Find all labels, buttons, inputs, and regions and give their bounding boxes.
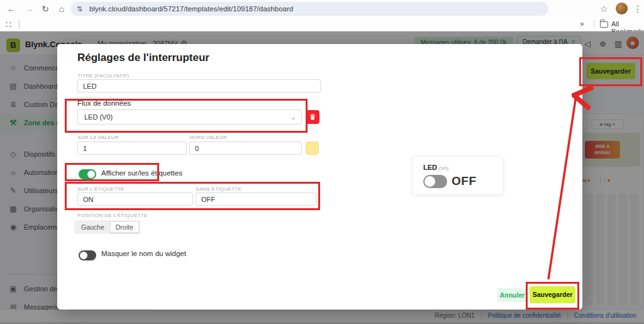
on-label-input[interactable]	[77, 193, 193, 206]
bookmarks-overflow-icon[interactable]: »	[580, 20, 584, 28]
hide-widget-name-toggle[interactable]	[79, 250, 96, 260]
toggle-knob	[80, 252, 87, 259]
datastream-select[interactable]: LED (V0) ⌄	[77, 109, 302, 125]
title-field-label: TITRE (FACULTATIF)	[77, 73, 129, 79]
url-bar[interactable]: ⇅ blynk.cloud/dashboard/57217/templates/…	[70, 2, 548, 16]
toggle-knob	[87, 170, 95, 178]
site-settings-icon[interactable]: ⇅	[77, 2, 82, 16]
browser-toolbar: ← → ↻ ⌂ ⇅ blynk.cloud/dashboard/57217/te…	[0, 0, 644, 18]
color-swatch[interactable]	[306, 142, 319, 155]
bookmarks-bar: ∷ » All Bookmarks	[0, 18, 644, 31]
show-labels-toggle[interactable]	[79, 169, 96, 179]
url-text: blynk.cloud/dashboard/57217/templates/ed…	[89, 2, 293, 16]
chevron-down-icon: ⌄	[291, 110, 296, 124]
toggle-knob	[425, 176, 435, 187]
preview-name-text: LED	[423, 164, 437, 171]
position-option-left[interactable]: Gauche	[75, 221, 110, 233]
modal-title: Réglages de l'interrupteur	[77, 52, 209, 64]
home-icon[interactable]: ⌂	[55, 3, 68, 15]
label-position-label: POSITION DE L'ÉTIQUETTE	[77, 213, 148, 218]
position-option-right[interactable]: Droite	[110, 221, 139, 233]
on-label-label: SUR L'ÉTIQUETTE	[77, 186, 124, 192]
off-label-label: SANS ÉTIQUETTE	[196, 186, 242, 192]
bookmarks-caret	[19, 20, 19, 28]
title-input[interactable]	[77, 79, 321, 92]
preview-switch-toggle[interactable]	[423, 175, 447, 188]
cancel-button[interactable]: Annuler	[497, 288, 527, 302]
folder-icon	[600, 21, 608, 28]
blynk-console-page: B Blynk.Console My organization - 2087MX…	[0, 31, 644, 324]
off-value-label: HORS VALEUR	[189, 135, 227, 140]
browser-menu-icon[interactable]: ⋮	[631, 3, 644, 15]
preview-widget-name: LED (V0)	[423, 164, 448, 171]
browser-profile-avatar[interactable]	[616, 3, 628, 14]
off-value-input[interactable]	[189, 142, 302, 155]
trash-icon	[309, 113, 316, 121]
datastream-value: LED (V0)	[84, 110, 113, 124]
show-labels-toggle-label: Afficher sur/les étiquettes	[101, 169, 182, 177]
switch-settings-modal: Réglages de l'interrupteur TITRE (FACULT…	[57, 44, 582, 310]
back-icon[interactable]: ←	[5, 3, 18, 15]
off-label-input[interactable]	[196, 193, 316, 206]
preview-pin: (V0)	[439, 165, 448, 171]
save-button-modal[interactable]: Sauvegarder	[530, 286, 575, 303]
reload-icon[interactable]: ↻	[39, 3, 52, 15]
on-value-label: SUR LA VALEUR	[77, 135, 119, 140]
bookmarks-divider	[594, 20, 594, 28]
forward-icon[interactable]: →	[23, 3, 35, 15]
apps-grid-icon[interactable]: ∷	[6, 20, 11, 30]
widget-preview-card: LED (V0) OFF	[412, 156, 504, 195]
delete-datastream-button[interactable]	[306, 110, 319, 124]
label-position-segmented: Gauche Droite	[74, 220, 140, 234]
hide-widget-name-toggle-label: Masquer le nom du widget	[101, 250, 186, 257]
preview-state-label: OFF	[452, 174, 477, 188]
on-value-input[interactable]	[77, 142, 187, 155]
datastream-label: Flux de données	[77, 99, 131, 107]
bookmark-star-icon[interactable]: ☆	[597, 3, 610, 15]
